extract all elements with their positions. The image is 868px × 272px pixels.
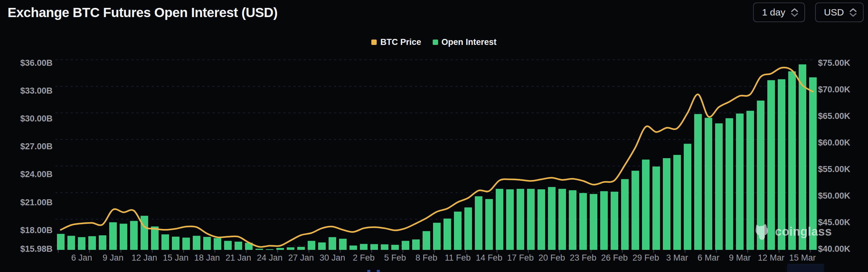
open-interest-bar[interactable] [715,123,723,250]
y-axis-left-tick-label: $21.00B [8,198,53,207]
open-interest-bar[interactable] [255,249,263,250]
open-interest-bar[interactable] [694,114,702,250]
open-interest-bar[interactable] [391,245,399,250]
coinglass-logo-icon [754,223,771,240]
open-interest-bar[interactable] [506,190,514,250]
y-axis-left-tick-label: $15.98B [8,244,53,254]
open-interest-bar[interactable] [611,192,618,250]
y-axis-right-tick-label: $55.00K [818,165,850,174]
watermark-brand: coinglass [775,225,832,238]
open-interest-bar[interactable] [151,227,159,250]
open-interest-bar[interactable] [433,223,441,250]
open-interest-bar[interactable] [370,244,378,250]
y-axis-left-tick-label: $27.00B [8,142,53,151]
y-axis-left-tick-label: $18.00B [8,226,53,235]
open-interest-bar[interactable] [67,236,75,250]
y-axis-right-tick-label: $50.00K [818,191,850,201]
coinglass-watermark: coinglass [754,223,832,240]
open-interest-bar[interactable] [308,241,315,250]
open-interest-bar[interactable] [621,179,629,250]
x-axis-tick-label: 15 Mar [780,253,825,263]
y-axis-right-tick-label: $60.00K [818,138,850,147]
open-interest-bar[interactable] [558,189,566,250]
open-interest-bar[interactable] [548,187,556,250]
y-axis-left-tick-label: $24.00B [8,170,53,179]
open-interest-bar[interactable] [590,194,597,250]
y-axis-right-tick-label: $75.00K [818,58,850,68]
open-interest-bar[interactable] [297,247,305,250]
open-interest-bar[interactable] [725,118,733,250]
open-interest-bar[interactable] [287,247,294,250]
open-interest-bar[interactable] [684,144,691,250]
open-interest-bar[interactable] [235,242,242,250]
open-interest-bar[interactable] [496,189,503,250]
open-interest-bar[interactable] [631,171,639,250]
open-interest-bar[interactable] [579,193,587,250]
open-interest-bar[interactable] [454,212,462,250]
clipped-artifact [377,270,380,272]
open-interest-bar[interactable] [349,245,357,250]
open-interest-bar[interactable] [517,189,524,250]
open-interest-bar[interactable] [600,191,608,250]
open-interest-bar[interactable] [402,241,409,250]
open-interest-bar[interactable] [109,222,117,250]
open-interest-bar[interactable] [318,243,326,250]
open-interest-bar[interactable] [57,234,65,250]
open-interest-bar[interactable] [443,218,451,250]
open-interest-bar[interactable] [130,221,138,250]
y-axis-left-tick-label: $30.00B [8,114,53,123]
bottom-corner-panel [787,264,824,272]
open-interest-bar[interactable] [182,238,190,250]
open-interest-bar[interactable] [537,190,545,250]
open-interest-bar[interactable] [464,207,472,250]
open-interest-bar[interactable] [172,237,180,250]
open-interest-bar[interactable] [475,196,483,250]
open-interest-bar[interactable] [799,65,806,250]
open-interest-bar[interactable] [141,216,148,250]
open-interest-bar[interactable] [360,244,368,250]
open-interest-bar[interactable] [736,113,744,250]
y-axis-right-tick-label: $65.00K [818,111,850,121]
open-interest-bar[interactable] [193,236,200,250]
open-interest-bar[interactable] [214,238,221,250]
open-interest-bar[interactable] [746,111,754,250]
open-interest-bar[interactable] [276,248,284,250]
open-interest-bar[interactable] [652,167,660,250]
open-interest-bar[interactable] [120,224,127,250]
y-axis-left-tick-label: $33.00B [8,86,53,96]
open-interest-bar[interactable] [412,239,420,250]
open-interest-bar[interactable] [485,199,493,250]
y-axis-right-tick-label: $40.00K [818,244,850,254]
open-interest-bar[interactable] [78,237,86,250]
open-interest-bar[interactable] [663,158,671,250]
open-interest-bar[interactable] [642,160,650,250]
open-interest-bar[interactable] [203,237,211,250]
y-axis-left-tick-label: $36.00B [8,58,53,68]
open-interest-bar[interactable] [423,231,430,250]
open-interest-bar[interactable] [339,239,347,250]
open-interest-bar[interactable] [161,234,169,250]
y-axis-right-tick-label: $70.00K [818,85,850,94]
open-interest-bar[interactable] [88,236,96,250]
open-interest-bar[interactable] [569,190,577,250]
open-interest-bar[interactable] [224,241,232,250]
open-interest-bar[interactable] [527,189,535,250]
open-interest-bar[interactable] [266,249,274,250]
open-interest-bar[interactable] [705,118,712,250]
open-interest-bar[interactable] [99,235,106,250]
open-interest-bar[interactable] [381,244,389,250]
plot-area[interactable] [0,0,868,272]
open-interest-bar[interactable] [329,237,336,250]
open-interest-bar[interactable] [673,155,681,250]
clipped-artifact [367,270,370,272]
